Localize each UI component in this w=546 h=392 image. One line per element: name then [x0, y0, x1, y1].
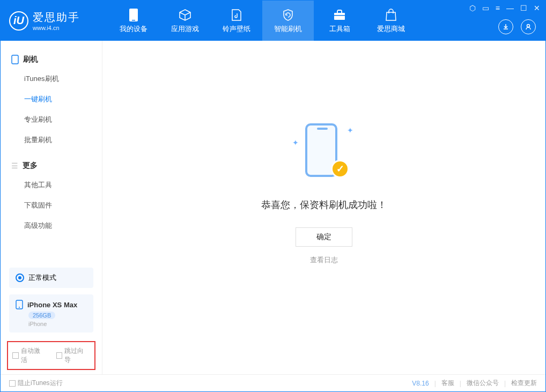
app-name: 爱思助手 [33, 10, 80, 25]
checkbox-auto-activate[interactable]: 自动激活 [12, 346, 47, 365]
mode-card[interactable]: 正常模式 [9, 268, 93, 288]
svg-rect-5 [12, 55, 18, 64]
header-right-actions [498, 19, 536, 34]
option-checkboxes: 自动激活 跳过向导 [7, 341, 95, 370]
nav-smart-flash[interactable]: 智能刷机 [262, 1, 314, 41]
note-icon[interactable]: ▭ [482, 4, 489, 12]
maximize-button[interactable]: ☐ [520, 4, 527, 12]
success-illustration: ✦ ✦ ✓ [289, 118, 359, 188]
refresh-shield-icon [281, 8, 295, 22]
svg-point-7 [19, 307, 20, 308]
svg-rect-1 [132, 20, 135, 21]
footer-link-wechat[interactable]: 微信公众号 [467, 379, 499, 388]
version-label: V8.16 [412, 380, 429, 387]
ok-button[interactable]: 确定 [296, 227, 352, 247]
success-message: 恭喜您，保资料刷机成功啦！ [261, 198, 387, 211]
sidebar-section-flash: 刷机 [1, 50, 102, 69]
sidebar-item-itunes-flash[interactable]: iTunes刷机 [1, 69, 102, 89]
toolbox-icon [333, 8, 346, 22]
statusbar: 阻止iTunes运行 V8.16 | 客服 | 微信公众号 | 检查更新 [1, 374, 545, 391]
nav-apps-games[interactable]: 应用游戏 [159, 1, 211, 41]
footer-link-update[interactable]: 检查更新 [511, 379, 537, 388]
mode-icon [16, 273, 24, 282]
checkbox-block-itunes[interactable]: 阻止iTunes运行 [9, 379, 63, 388]
cube-icon [178, 8, 192, 22]
footer-link-support[interactable]: 客服 [441, 379, 454, 388]
device-capacity: 256GB [28, 312, 55, 319]
mode-label: 正常模式 [28, 273, 56, 283]
bag-icon [384, 8, 398, 22]
minimize-button[interactable]: — [506, 4, 514, 12]
sidebar-item-download-firmware[interactable]: 下载固件 [1, 195, 102, 216]
svg-rect-0 [129, 9, 138, 21]
device-name: iPhone XS Max [27, 301, 77, 309]
sparkle-icon: ✦ [292, 138, 299, 147]
logo-icon: iU [9, 11, 28, 31]
phone-icon [127, 8, 141, 22]
nav-my-device[interactable]: 我的设备 [108, 1, 159, 41]
app-site: www.i4.cn [33, 25, 80, 31]
titlebar: iU 爱思助手 www.i4.cn 我的设备 应用游戏 铃声壁纸 智能刷机 工具… [1, 1, 545, 41]
list-icon: ☰ [11, 161, 18, 170]
device-type: iPhone [28, 321, 87, 327]
nav-store[interactable]: 爱思商城 [365, 1, 417, 41]
main-content: ✦ ✦ ✓ 恭喜您，保资料刷机成功啦！ 确定 查看日志 [102, 41, 545, 374]
sidebar-item-advanced[interactable]: 高级功能 [1, 216, 102, 236]
phone-outline-icon [11, 55, 19, 64]
logo: iU 爱思助手 www.i4.cn [1, 10, 108, 31]
check-badge-icon: ✓ [331, 160, 349, 178]
svg-rect-2 [334, 13, 345, 20]
checkbox-skip-guide[interactable]: 跳过向导 [56, 346, 91, 365]
sidebar-item-pro-flash[interactable]: 专业刷机 [1, 109, 102, 130]
sidebar-item-other-tools[interactable]: 其他工具 [1, 175, 102, 195]
music-file-icon [230, 8, 244, 22]
shirt-icon[interactable]: ⬡ [469, 4, 476, 12]
download-button[interactable] [498, 19, 513, 34]
sidebar-section-more: ☰ 更多 [1, 157, 102, 175]
sparkle-icon: ✦ [347, 126, 353, 135]
svg-point-4 [527, 25, 530, 27]
device-phone-icon [16, 300, 23, 309]
nav-ringtones[interactable]: 铃声壁纸 [211, 1, 262, 41]
close-button[interactable]: ✕ [534, 4, 540, 12]
device-card[interactable]: iPhone XS Max 256GB iPhone [9, 294, 93, 332]
sidebar: 刷机 iTunes刷机 一键刷机 专业刷机 批量刷机 ☰ 更多 其他工具 下载固… [1, 41, 102, 374]
menu-icon[interactable]: ≡ [496, 4, 500, 12]
main-nav: 我的设备 应用游戏 铃声壁纸 智能刷机 工具箱 爱思商城 [108, 1, 417, 41]
nav-toolbox[interactable]: 工具箱 [314, 1, 365, 41]
sidebar-item-batch-flash[interactable]: 批量刷机 [1, 130, 102, 150]
user-button[interactable] [521, 19, 536, 34]
svg-rect-3 [334, 15, 345, 16]
view-log-link[interactable]: 查看日志 [310, 255, 338, 265]
sidebar-item-oneclick-flash[interactable]: 一键刷机 [1, 89, 102, 109]
window-controls: ⬡ ▭ ≡ — ☐ ✕ [469, 4, 540, 12]
